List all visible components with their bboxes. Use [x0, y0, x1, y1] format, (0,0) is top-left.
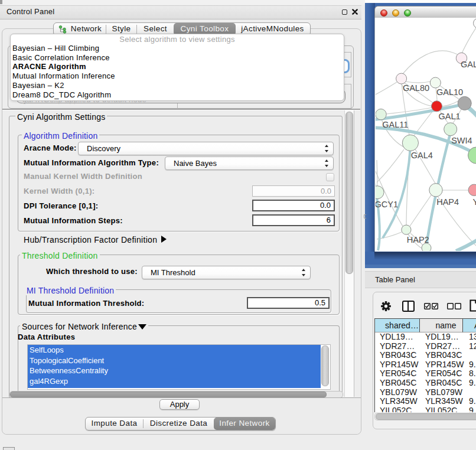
svg-text:SWI4: SWI4 [451, 136, 472, 145]
svg-text:GAL11: GAL11 [382, 120, 408, 129]
svg-text:HAP4: HAP4 [436, 197, 459, 207]
svg-text:GCY1: GCY1 [376, 200, 398, 209]
svg-text:GAL1: GAL1 [439, 112, 461, 121]
svg-text:Y: Y [472, 197, 476, 207]
svg-text:GAL4: GAL4 [411, 151, 433, 160]
svg-text:GAL10: GAL10 [436, 87, 463, 97]
svg-text:GAL7: GAL7 [461, 60, 476, 69]
svg-text:HAP2: HAP2 [407, 235, 429, 244]
svg-text:GAL80: GAL80 [403, 83, 429, 93]
